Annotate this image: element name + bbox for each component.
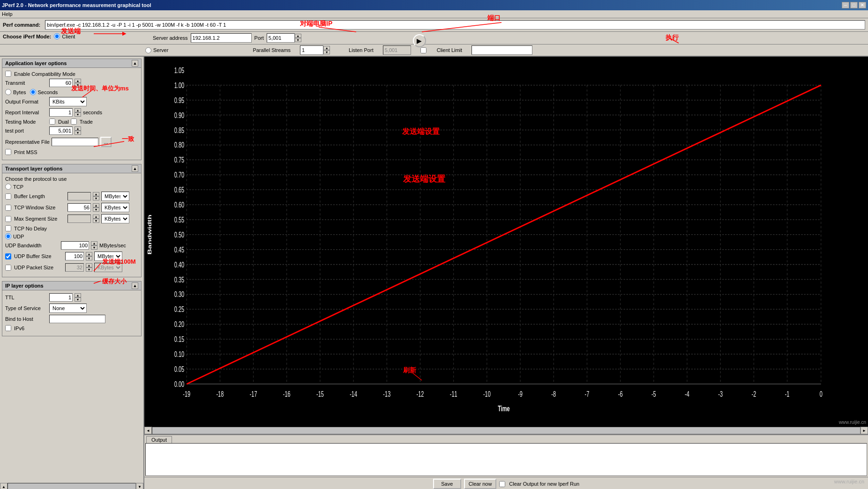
run-button[interactable]: ▶: [413, 34, 426, 47]
tcp-window-checkbox[interactable]: [5, 205, 11, 211]
scroll-track[interactable]: [7, 483, 136, 489]
port-input[interactable]: [267, 33, 295, 43]
chart-scrollbar[interactable]: ◄ ►: [144, 427, 868, 434]
port-spin-down[interactable]: ▼: [295, 38, 301, 42]
application-layer-header[interactable]: Application layer options ▲: [2, 59, 141, 68]
client-limit-checkbox[interactable]: [420, 47, 427, 53]
maximize-button[interactable]: □: [850, 2, 858, 8]
buffer-spin-up[interactable]: ▲: [93, 192, 99, 196]
udp-buffer-input[interactable]: [65, 252, 84, 260]
max-seg-spin-down[interactable]: ▼: [93, 219, 99, 223]
tcp-window-unit[interactable]: KBytes: [101, 203, 129, 212]
minimize-button[interactable]: ─: [842, 2, 849, 8]
udp-pkt-spin-down[interactable]: ▼: [86, 267, 92, 272]
trade-checkbox[interactable]: [71, 119, 77, 125]
tcp-radio-label[interactable]: TCP: [5, 184, 23, 190]
print-mss-checkbox[interactable]: [5, 149, 11, 155]
tcp-radio[interactable]: [5, 184, 11, 190]
server-radio[interactable]: [145, 47, 151, 53]
output-content[interactable]: [145, 443, 867, 476]
chart-scroll-track[interactable]: [152, 427, 861, 434]
application-layer-collapse[interactable]: ▲: [132, 60, 138, 67]
test-port-spin-down[interactable]: ▼: [75, 131, 81, 135]
save-button[interactable]: Save: [433, 479, 461, 489]
client-radio[interactable]: [54, 33, 60, 39]
buffer-length-checkbox[interactable]: [5, 193, 11, 200]
seconds-radio[interactable]: [30, 89, 36, 95]
clear-output-checkbox[interactable]: [499, 481, 505, 487]
tcp-window-spin-down[interactable]: ▼: [93, 207, 99, 212]
enable-compat-checkbox[interactable]: [5, 71, 11, 77]
tcp-no-delay-checkbox[interactable]: [5, 225, 11, 231]
dual-checkbox[interactable]: [49, 119, 55, 125]
chart-scroll-right[interactable]: ►: [861, 427, 868, 434]
buffer-spin-down[interactable]: ▼: [93, 196, 99, 200]
udp-packet-input[interactable]: [65, 263, 84, 272]
ip-layer-header[interactable]: IP layer options ▲: [2, 282, 141, 290]
close-button[interactable]: ✕: [859, 2, 866, 8]
udp-buffer-unit[interactable]: MBytes: [94, 252, 122, 261]
transmit-spin-up[interactable]: ▲: [75, 79, 81, 83]
client-radio-label[interactable]: Client: [54, 33, 75, 39]
max-segment-input[interactable]: [67, 215, 91, 223]
udp-radio-label[interactable]: UDP: [5, 233, 24, 239]
tcp-window-spin-up[interactable]: ▲: [93, 203, 99, 207]
transmit-spin-down[interactable]: ▼: [75, 83, 81, 87]
buffer-length-label: Buffer Length: [14, 193, 66, 199]
udp-bw-spin-down[interactable]: ▼: [91, 245, 97, 250]
scroll-down[interactable]: ▼: [136, 483, 143, 489]
buffer-length-unit[interactable]: MBytes: [101, 192, 129, 201]
output-format-select[interactable]: KBits MBits Bytes KBytes: [49, 97, 87, 106]
clear-now-button[interactable]: Clear now: [464, 479, 497, 489]
udp-bw-spin-up[interactable]: ▲: [91, 241, 97, 245]
udp-packet-unit[interactable]: KBytes: [94, 263, 122, 272]
udp-buf-spin-up[interactable]: ▲: [86, 252, 92, 256]
test-port-input[interactable]: [49, 126, 73, 135]
tcp-window-input[interactable]: [67, 203, 91, 212]
client-limit-input[interactable]: [471, 45, 532, 55]
bytes-radio-label[interactable]: Bytes: [5, 89, 26, 95]
ipv6-checkbox[interactable]: [5, 325, 11, 331]
max-seg-spin-up[interactable]: ▲: [93, 215, 99, 219]
tos-select[interactable]: None Low Delay Throughput Reliability: [49, 304, 87, 313]
test-port-spin-up[interactable]: ▲: [75, 126, 81, 131]
udp-bandwidth-input[interactable]: [61, 241, 89, 250]
bind-host-input[interactable]: [49, 315, 105, 323]
transport-layer-header[interactable]: Transport layer options ▲: [2, 164, 141, 173]
perf-command-input[interactable]: [45, 20, 865, 30]
left-scrollbar[interactable]: ▲ ▼: [0, 483, 143, 489]
server-radio-label[interactable]: Server: [145, 47, 168, 53]
scroll-up[interactable]: ▲: [0, 483, 7, 489]
ttl-spin-down[interactable]: ▼: [75, 297, 81, 302]
ip-layer-collapse[interactable]: ▲: [132, 282, 138, 289]
rep-file-input[interactable]: [52, 138, 98, 146]
seconds-radio-label[interactable]: Seconds: [30, 89, 58, 95]
parallel-streams-input[interactable]: [300, 45, 323, 55]
udp-radio[interactable]: [5, 233, 11, 239]
udp-packet-checkbox[interactable]: [5, 265, 11, 271]
report-spin-down[interactable]: ▼: [75, 112, 81, 117]
max-segment-unit[interactable]: KBytes: [101, 214, 129, 223]
bytes-radio[interactable]: [5, 89, 11, 95]
parallel-spin-down[interactable]: ▼: [323, 50, 330, 54]
report-spin-up[interactable]: ▲: [75, 108, 81, 112]
menu-item-help[interactable]: Help: [2, 11, 13, 17]
listen-port-input[interactable]: [383, 45, 411, 55]
udp-buf-spin-down[interactable]: ▼: [86, 256, 92, 260]
chart-scroll-left[interactable]: ◄: [144, 427, 152, 434]
report-interval-input[interactable]: [49, 108, 73, 117]
port-spin-up[interactable]: ▲: [295, 34, 301, 38]
max-segment-checkbox[interactable]: [5, 216, 11, 222]
server-address-input[interactable]: [191, 33, 252, 43]
ttl-spin-up[interactable]: ▲: [75, 293, 81, 297]
svg-text:0.00: 0.00: [174, 380, 185, 389]
rep-file-browse[interactable]: ...: [100, 137, 112, 147]
udp-pkt-spin-up[interactable]: ▲: [86, 263, 92, 267]
buffer-length-input[interactable]: [67, 192, 91, 200]
parallel-spin-up[interactable]: ▲: [323, 46, 330, 50]
output-tab[interactable]: Output: [146, 436, 172, 443]
ttl-input[interactable]: [49, 293, 73, 302]
transport-layer-collapse[interactable]: ▲: [132, 165, 138, 172]
transmit-input[interactable]: [49, 79, 73, 87]
udp-buffer-checkbox[interactable]: [5, 253, 11, 259]
